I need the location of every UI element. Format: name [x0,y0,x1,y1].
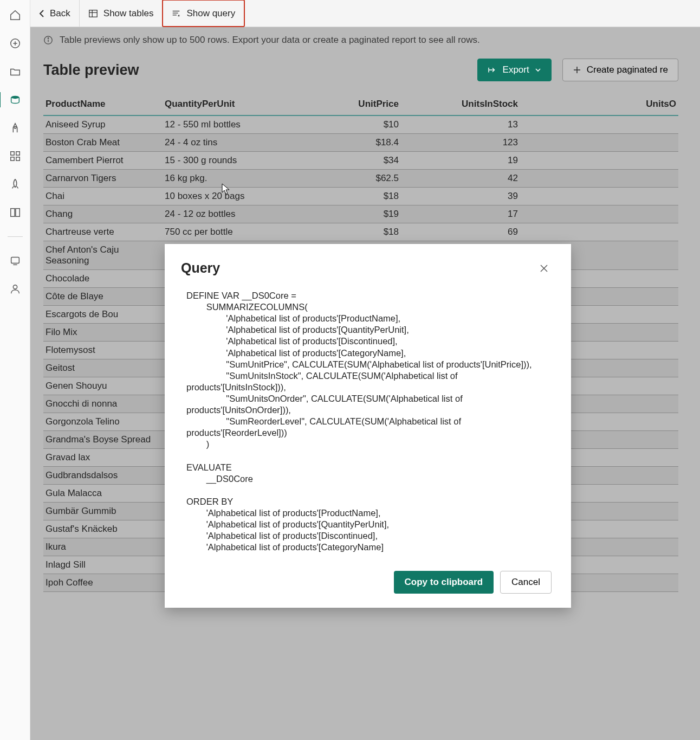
cell-productname: Ikura [43,538,163,556]
cell-productname: Gula Malacca [43,485,163,503]
close-button[interactable] [536,261,552,276]
svg-point-4 [14,126,16,128]
profile-icon[interactable] [9,282,22,295]
col-header-unitprice[interactable]: UnitPrice [287,93,401,115]
info-bar: Table previews only show up to 500 rows.… [43,27,678,54]
cell-productname: Boston Crab Meat [43,134,163,152]
query-dialog: Query DEFINE VAR __DS0Core = SUMMARIZECO… [165,244,571,608]
table-row[interactable]: Carnarvon Tigers16 kg pkg.$62.542 [43,170,678,188]
cell-unitsonorder [520,115,678,134]
apps-icon[interactable] [9,150,22,163]
left-navigation-rail [0,0,30,740]
svg-rect-5 [10,152,14,155]
cell-productname: Gumbär Gummib [43,503,163,520]
show-tables-button[interactable]: Show tables [80,0,163,27]
dialog-title: Query [181,260,220,276]
cell-unitsonorder [520,134,678,152]
table-row[interactable]: Boston Crab Meat24 - 4 oz tins$18.4123 [43,134,678,152]
cell-quantityperunit: 750 cc per bottle [163,223,287,241]
cancel-button[interactable]: Cancel [500,571,552,594]
cell-unitprice: $18 [287,223,401,241]
cell-productname: Camembert Pierrot [43,152,163,170]
cell-unitprice: $34 [287,152,401,170]
chevron-down-icon [535,68,541,72]
cell-unitprice: $19 [287,205,401,223]
cell-unitsonorder [520,152,678,170]
cell-unitsinstock: 123 [401,134,520,152]
cell-productname: Gravad lax [43,449,163,467]
cell-productname: Chef Anton's Caju Seasoning [43,241,163,270]
data-hub-icon[interactable] [9,93,22,106]
query-text[interactable]: DEFINE VAR __DS0Core = SUMMARIZECOLUMNS(… [181,290,552,554]
svg-rect-6 [16,152,19,155]
top-toolbar: Back Show tables Show query [30,0,700,27]
show-tables-label: Show tables [103,8,154,19]
svg-rect-13 [89,10,97,17]
table-row[interactable]: Chang24 - 12 oz bottles$1917 [43,205,678,223]
home-icon[interactable] [9,9,22,22]
cell-productname: Inlagd Sill [43,556,163,574]
create-icon[interactable] [9,37,22,50]
cell-productname: Côte de Blaye [43,288,163,306]
table-row[interactable]: Aniseed Syrup12 - 550 ml bottles$1013 [43,115,678,134]
copy-to-clipboard-button[interactable]: Copy to clipboard [394,571,494,594]
cell-unitsinstock: 42 [401,170,520,188]
col-header-productname[interactable]: ProductName [43,93,163,115]
rail-divider [8,236,23,237]
cell-productname: Filo Mix [43,324,163,342]
cell-productname: Grandma's Boyse Spread [43,431,163,449]
metrics-icon[interactable] [9,121,22,134]
col-header-unitsinstock[interactable]: UnitsInStock [401,93,520,115]
cell-quantityperunit: 24 - 4 oz tins [163,134,287,152]
svg-point-21 [48,38,48,38]
col-header-quantityperunit[interactable]: QuantityPerUnit [163,93,287,115]
page-title: Table preview [43,62,139,79]
cell-productname: Gnocchi di nonna [43,395,163,413]
svg-point-3 [11,96,19,99]
plus-icon [573,66,581,74]
cell-unitsonorder [520,188,678,205]
learn-icon[interactable] [9,206,22,219]
table-row[interactable]: Chai10 boxes x 20 bags$1839 [43,188,678,205]
cell-unitsinstock: 69 [401,223,520,241]
close-icon [540,264,548,273]
cell-unitprice: $62.5 [287,170,401,188]
svg-rect-9 [10,209,14,217]
export-button[interactable]: Export [477,59,552,81]
cell-unitsinstock: 39 [401,188,520,205]
cell-quantityperunit: 16 kg pkg. [163,170,287,188]
cell-quantityperunit: 10 boxes x 20 bags [163,188,287,205]
show-query-label: Show query [186,8,235,19]
svg-rect-8 [16,157,19,160]
cell-quantityperunit: 15 - 300 g rounds [163,152,287,170]
cell-unitprice: $10 [287,115,401,134]
cell-productname: Geitost [43,359,163,377]
cell-productname: Aniseed Syrup [43,115,163,134]
back-button[interactable]: Back [30,0,80,27]
workspaces-icon[interactable] [9,254,22,267]
cell-unitsinstock: 17 [401,205,520,223]
col-header-unitsonorder[interactable]: UnitsO [520,93,678,115]
create-report-button[interactable]: Create paginated re [562,59,678,81]
cell-productname: Genen Shouyu [43,377,163,395]
svg-rect-11 [11,258,19,263]
cell-productname: Gudbrandsdalsos [43,467,163,485]
cell-productname: Gorgonzola Telino [43,413,163,431]
table-row[interactable]: Chartreuse verte750 cc per bottle$1869 [43,223,678,241]
svg-rect-10 [15,209,19,217]
cell-productname: Chocolade [43,270,163,288]
deployment-icon[interactable] [9,178,22,191]
cell-quantityperunit: 24 - 12 oz bottles [163,205,287,223]
table-row[interactable]: Camembert Pierrot15 - 300 g rounds$3419 [43,152,678,170]
cell-unitprice: $18 [287,188,401,205]
cell-unitsonorder [520,223,678,241]
browse-icon[interactable] [9,65,22,78]
cell-productname: Chartreuse verte [43,223,163,241]
cell-unitsinstock: 19 [401,152,520,170]
cell-productname: Carnarvon Tigers [43,170,163,188]
show-query-button[interactable]: Show query [163,0,244,27]
cell-unitsonorder [520,205,678,223]
svg-rect-7 [10,157,14,160]
export-label: Export [503,65,529,75]
back-label: Back [50,8,70,19]
